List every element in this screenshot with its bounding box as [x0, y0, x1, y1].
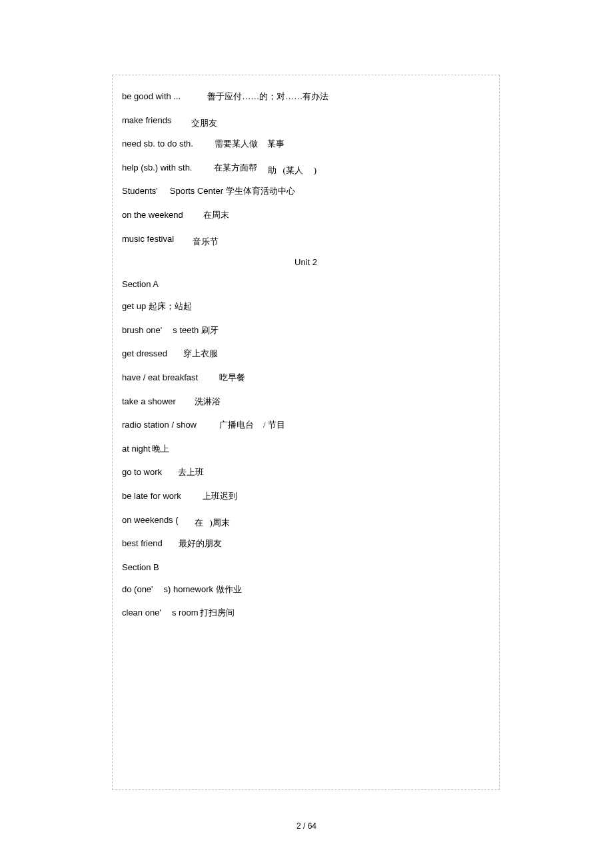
vocab-entry: clean one's room打扫房间: [122, 608, 490, 618]
text-fragment: be good with ...: [122, 91, 181, 102]
text-fragment: 善于应付……的；对……有办法: [207, 91, 328, 102]
text-fragment: 晚上: [152, 444, 169, 454]
text-fragment: on the weekend: [122, 210, 183, 220]
text-fragment: Sports Center: [170, 186, 223, 197]
page-current: 2: [297, 821, 301, 831]
page-total: 64: [308, 821, 316, 831]
text-fragment: on weekends (: [122, 515, 179, 526]
text-fragment: brush one': [122, 325, 162, 336]
text-fragment: 广播电台: [219, 420, 254, 430]
section-a-entries: get up起床；站起brush one's teeth刷牙get dresse…: [122, 301, 490, 549]
vocab-entry: best friend最好的朋友: [122, 538, 490, 549]
text-fragment: 刷牙: [201, 325, 219, 336]
vocab-entry: go to work去上班: [122, 467, 490, 478]
text-fragment: 打扫房间: [200, 608, 235, 618]
text-fragment: help (sb.) with sth.: [122, 163, 193, 173]
page-number: 2 / 64: [0, 821, 613, 831]
text-fragment: music festival: [122, 234, 174, 244]
section-b-entries: do (one's) homework做作业clean one's room打扫…: [122, 584, 490, 618]
text-fragment: 做作业: [216, 584, 242, 595]
text-fragment: ): [314, 165, 316, 176]
text-fragment: best friend: [122, 538, 163, 549]
text-fragment: be late for work: [122, 491, 181, 502]
section-a-heading: Section A: [122, 279, 490, 289]
text-fragment: s) homework: [164, 584, 213, 595]
text-fragment: 起床；站起: [149, 301, 192, 312]
vocab-entry: be late for work上班迟到: [122, 491, 490, 502]
text-fragment: 音乐节: [193, 236, 219, 247]
page-sep: /: [303, 821, 305, 831]
page: be good with ...善于应付……的；对……有办法make frien…: [0, 0, 613, 868]
text-fragment: 洗淋浴: [195, 396, 221, 407]
vocab-entry: need sb. to do sth.需要某人做某事: [122, 139, 490, 149]
vocab-entry: radio station / show广播电台/ 节目: [122, 420, 490, 430]
text-fragment: )周末: [210, 518, 230, 528]
text-fragment: 上班迟到: [203, 491, 237, 502]
vocab-entry: on weekends (在)周末: [122, 515, 490, 526]
text-fragment: have / eat breakfast: [122, 372, 198, 383]
text-fragment: 助: [268, 165, 277, 176]
text-fragment: radio station / show: [122, 420, 197, 430]
text-fragment: 吃早餐: [219, 372, 245, 383]
text-fragment: 在某方面帮: [214, 163, 257, 173]
text-fragment: go to work: [122, 467, 162, 478]
text-fragment: take a shower: [122, 396, 176, 407]
text-fragment: 某事: [267, 139, 285, 149]
top-entries: be good with ...善于应付……的；对……有办法make frien…: [122, 91, 490, 244]
text-fragment: at night: [122, 444, 151, 454]
vocab-entry: at night晚上: [122, 444, 490, 454]
text-fragment: 穿上衣服: [183, 348, 218, 359]
text-fragment: get up: [122, 301, 146, 312]
text-fragment: get dressed: [122, 348, 167, 359]
text-fragment: need sb. to do sth.: [122, 139, 193, 149]
text-fragment: Students': [122, 186, 158, 197]
text-fragment: 需要某人做: [215, 139, 258, 149]
vocab-entry: get up起床；站起: [122, 301, 490, 312]
text-fragment: s room: [172, 608, 199, 618]
vocab-entry: on the weekend在周末: [122, 210, 490, 220]
vocab-entry: brush one's teeth刷牙: [122, 325, 490, 336]
vocab-entry: get dressed穿上衣服: [122, 348, 490, 359]
vocab-entry: make friends交朋友: [122, 115, 490, 126]
text-fragment: make friends: [122, 115, 171, 126]
vocab-entry: have / eat breakfast吃早餐: [122, 372, 490, 383]
content-box: be good with ...善于应付……的；对……有办法make frien…: [112, 75, 500, 790]
text-fragment: (某人: [283, 165, 303, 176]
vocab-entry: take a shower洗淋浴: [122, 396, 490, 407]
text-fragment: s teeth: [173, 325, 199, 336]
text-fragment: 最好的朋友: [179, 538, 222, 549]
vocab-entry: be good with ...善于应付……的；对……有办法: [122, 91, 490, 102]
text-fragment: clean one': [122, 608, 161, 618]
text-fragment: 在周末: [203, 210, 229, 220]
vocab-entry: Students'Sports Center学生体育活动中心: [122, 186, 490, 197]
text-fragment: 在: [195, 518, 203, 528]
text-fragment: 去上班: [178, 467, 204, 478]
text-fragment: 交朋友: [191, 118, 217, 129]
unit-title: Unit 2: [122, 257, 490, 267]
text-fragment: / 节目: [263, 420, 285, 430]
vocab-entry: do (one's) homework做作业: [122, 584, 490, 595]
vocab-entry: help (sb.) with sth.在某方面帮助(某人): [122, 163, 490, 173]
section-b-heading: Section B: [122, 562, 490, 572]
text-fragment: do (one': [122, 584, 153, 595]
vocab-entry: music festival音乐节: [122, 234, 490, 244]
text-fragment: 学生体育活动中心: [226, 186, 295, 197]
